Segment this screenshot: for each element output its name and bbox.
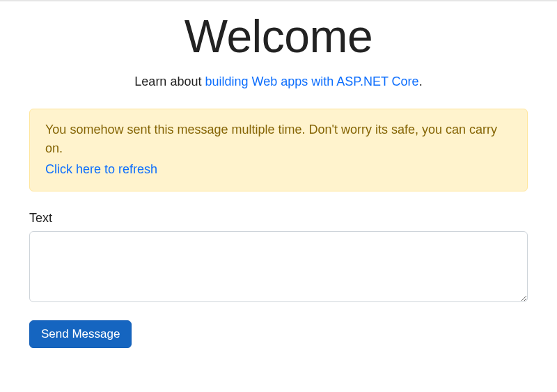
hero-section: Welcome Learn about building Web apps wi… (29, 1, 528, 89)
text-form-group: Text (29, 211, 528, 305)
alert-message: You somehow sent this message multiple t… (45, 123, 497, 156)
subtitle: Learn about building Web apps with ASP.N… (29, 75, 528, 89)
learn-link[interactable]: building Web apps with ASP.NET Core (205, 75, 418, 88)
subtitle-suffix: . (419, 75, 423, 88)
text-label: Text (29, 211, 528, 226)
page-title: Welcome (29, 11, 528, 62)
send-message-button[interactable]: Send Message (29, 320, 132, 348)
warning-alert: You somehow sent this message multiple t… (29, 109, 528, 192)
refresh-link[interactable]: Click here to refresh (45, 160, 512, 180)
text-input[interactable] (29, 231, 528, 302)
subtitle-prefix: Learn about (134, 75, 205, 88)
